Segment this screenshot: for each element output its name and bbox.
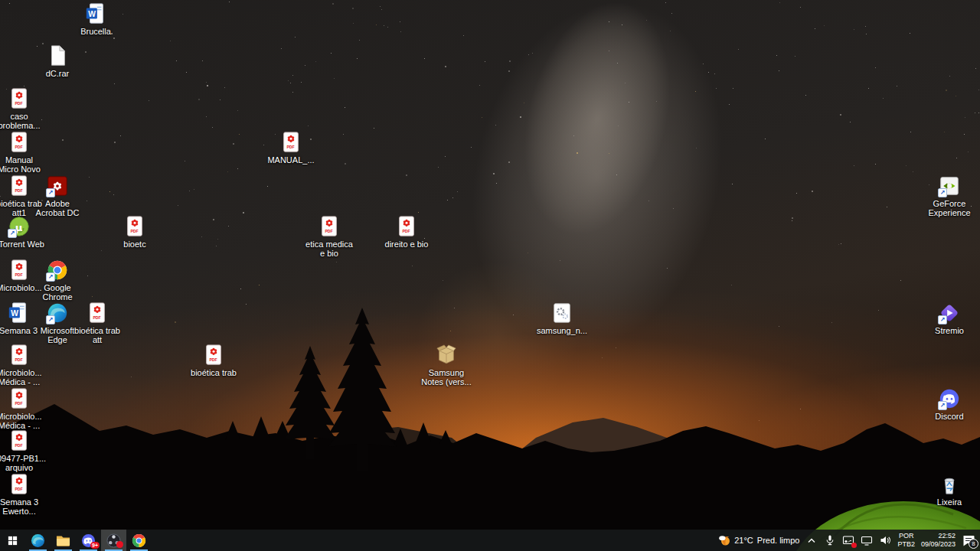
desktop-icon-bioetica-trab-att[interactable]: bioética trab att xyxy=(69,302,126,345)
shortcut-arrow-icon: ↗ xyxy=(46,188,55,197)
pdf-file-icon xyxy=(8,174,31,197)
discord-notification-badge: 9+ xyxy=(90,542,100,549)
taskbar-edge-button[interactable] xyxy=(25,530,51,551)
weather-temperature: 21°C xyxy=(734,536,753,545)
recycle-bin-icon xyxy=(938,473,961,496)
pdf-file-icon xyxy=(8,87,31,110)
box-archive-icon xyxy=(435,344,458,367)
desktop-icon-microbiolo-medica-1[interactable]: Microbiolo... Médica - ... xyxy=(0,344,47,387)
installer-file-icon xyxy=(550,302,573,324)
desktop-icon-brucella[interactable]: Brucella xyxy=(67,2,124,36)
desktop-icon-caso-problema[interactable]: caso problema... xyxy=(0,87,47,131)
desktop-icon-samsung-n[interactable]: samsung_n... xyxy=(534,302,590,335)
desktop-icon-label: Google Chrome xyxy=(42,283,72,302)
pdf-file-icon xyxy=(202,344,225,367)
desktop-icon-label: Manual Micro Novo xyxy=(0,155,41,174)
mountain-silhouette xyxy=(0,0,980,551)
pdf-file-icon xyxy=(8,387,31,410)
desktop-icon-direito-e-bio[interactable]: direito e bio xyxy=(378,215,435,249)
windows-start-icon xyxy=(7,535,18,546)
desktop-icon-google-chrome[interactable]: ↗ Google Chrome xyxy=(29,259,86,302)
desktop-icon-label: dC.rar xyxy=(46,69,70,78)
microphone-tray-icon[interactable] xyxy=(824,534,836,546)
pdf-file-icon xyxy=(318,215,341,238)
desktop-icon-label: bioética trab xyxy=(191,368,237,377)
desktop-icon-utorrent-web[interactable]: ↗ uTorrent Web xyxy=(0,215,47,249)
desktop-icon-label: Microbiolo... Médica - ... xyxy=(0,368,42,387)
pdf-file-icon xyxy=(86,302,109,324)
desktop-icon-label: GeForce Experience xyxy=(928,199,970,218)
volume-tray-icon[interactable] xyxy=(879,534,891,546)
pdf-file-icon xyxy=(279,131,302,154)
taskbar: 9+ 21°C Pred. limpo POR PTB2 22:52 09/0 xyxy=(0,530,980,551)
clock-time: 22:52 xyxy=(921,532,956,540)
desktop-icon-manual[interactable]: MANUAL_... xyxy=(263,131,319,165)
chrome-icon xyxy=(131,533,147,549)
notification-count-badge: 8 xyxy=(969,539,978,549)
weather-icon xyxy=(718,534,730,546)
network-tray-icon[interactable] xyxy=(861,534,873,546)
desktop-icon-label: Brucella xyxy=(80,27,111,36)
taskbar-explorer-button[interactable] xyxy=(51,530,76,551)
pdf-file-icon xyxy=(8,131,31,154)
desktop-icon-label: caso problema... xyxy=(0,112,41,131)
shortcut-arrow-icon: ↗ xyxy=(8,229,17,238)
desktop-icon-lixeira[interactable]: Lixeira xyxy=(921,473,978,507)
pdf-file-icon xyxy=(123,215,146,238)
desktop-icon-label: Discord xyxy=(935,412,963,421)
cast-tray-icon[interactable] xyxy=(842,534,854,546)
desktop-icon-label: Lixeira xyxy=(937,497,962,507)
desktop-icon-label: Microbiolo... Médica - ... xyxy=(0,412,42,431)
desktop-icon-stremio[interactable]: ↗ Stremio xyxy=(921,302,978,335)
desktop-icon-label: bioética trab att xyxy=(74,326,120,345)
desktop-icon-label: Stremio xyxy=(935,326,964,335)
desktop-icon-label: Samsung Notes (vers... xyxy=(421,368,471,387)
word-file-icon xyxy=(84,2,107,25)
desktop-icon-samsung-notes[interactable]: Samsung Notes (vers... xyxy=(418,344,475,387)
taskbar-discord-button[interactable]: 9+ xyxy=(76,530,101,551)
taskbar-obs-button[interactable] xyxy=(101,530,126,551)
pdf-file-icon xyxy=(8,473,31,496)
pdf-file-icon xyxy=(395,215,418,238)
pdf-file-icon xyxy=(8,344,31,367)
word-file-icon xyxy=(7,302,30,324)
desktop-icon-109477-pb1[interactable]: 109477-PB1... arquivo xyxy=(0,429,47,473)
desktop-icon-label: etica medica e bio xyxy=(305,240,353,259)
archive-file-icon xyxy=(46,44,69,67)
desktop-icon-dc-rar[interactable]: dC.rar xyxy=(29,44,86,78)
desktop-icon-manual-micro-novo[interactable]: Manual Micro Novo xyxy=(0,131,47,174)
pdf-file-icon xyxy=(8,259,31,282)
action-center-button[interactable]: 8 xyxy=(962,534,975,546)
desktop-icon-semana-3-ewerto[interactable]: Semana 3 Ewerto... xyxy=(0,473,47,517)
weather-widget[interactable]: 21°C Pred. limpo xyxy=(718,534,799,546)
desktop-icon-adobe-acrobat[interactable]: ↗ Adobe Acrobat DC xyxy=(29,174,86,218)
hidden-icons-chevron[interactable] xyxy=(805,534,818,546)
desktop-icon-label: uTorrent Web xyxy=(0,240,44,249)
recording-dot-badge xyxy=(116,541,123,548)
weather-condition: Pred. limpo xyxy=(757,536,800,545)
clock-date: 09/09/2023 xyxy=(921,540,956,549)
clock[interactable]: 22:52 09/09/2023 xyxy=(921,532,956,549)
shortcut-arrow-icon: ↗ xyxy=(938,188,947,197)
desktop-icon-bioetc[interactable]: bioetc xyxy=(106,215,163,249)
cast-alert-badge xyxy=(851,543,857,548)
desktop-icon-label: 109477-PB1... arquivo xyxy=(0,454,46,473)
desktop-icon-label: samsung_n... xyxy=(537,326,587,335)
pdf-file-icon xyxy=(8,429,31,452)
desktop-icon-etica-medica-e-bio[interactable]: etica medica e bio xyxy=(301,215,358,259)
shortcut-arrow-icon: ↗ xyxy=(938,401,947,410)
desktop-icon-label: bioetc xyxy=(123,240,145,249)
system-tray: 21°C Pred. limpo POR PTB2 22:52 09/09/20… xyxy=(718,530,980,551)
desktop-icon-microbiolo-medica-2[interactable]: Microbiolo... Médica - ... xyxy=(0,387,47,431)
desktop-wallpaper xyxy=(0,0,980,551)
desktop-icon-bioetica-trab[interactable]: bioética trab xyxy=(185,344,242,377)
start-button[interactable] xyxy=(0,530,25,551)
desktop-icon-label: Semana 3 Ewerto... xyxy=(0,497,38,517)
edge-icon xyxy=(30,533,46,549)
desktop-icon-geforce-experience[interactable]: ↗ GeForce Experience xyxy=(921,174,978,218)
desktop-icon-discord[interactable]: ↗ Discord xyxy=(921,387,978,421)
shortcut-arrow-icon: ↗ xyxy=(46,315,55,324)
desktop-icon-label: MANUAL_... xyxy=(267,155,314,165)
language-indicator[interactable]: POR PTB2 xyxy=(897,532,915,549)
taskbar-chrome-button[interactable] xyxy=(126,530,152,551)
